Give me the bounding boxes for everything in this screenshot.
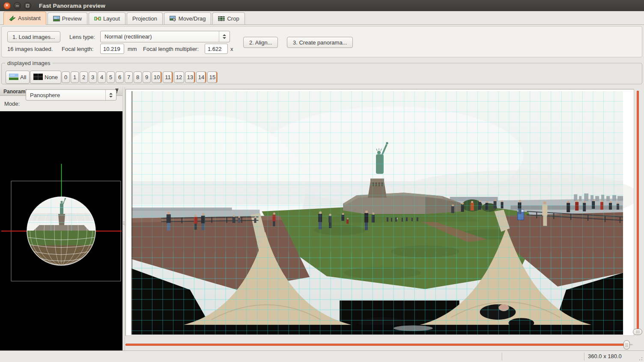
all-images-icon — [9, 74, 18, 81]
load-images-button[interactable]: 1. Load images... — [7, 31, 60, 42]
focal-multiplier-unit: x — [230, 46, 233, 52]
images-loaded-status: 16 images loaded. — [7, 46, 53, 52]
preview-area — [125, 87, 644, 350]
window-title: Fast Panorama preview — [39, 3, 105, 9]
tab-bar: Assistant GL Preview Layout Projection M… — [0, 11, 644, 25]
lens-type-value: Normal (rectilinear) — [101, 33, 219, 40]
image-toggle-button[interactable]: 5 — [107, 71, 115, 83]
maximize-icon[interactable] — [24, 2, 31, 9]
panosphere-rendering — [0, 111, 122, 350]
pitch-slider-handle[interactable] — [633, 329, 642, 335]
tab-label: Move/Drag — [179, 15, 206, 22]
no-images-icon — [33, 74, 43, 81]
titlebar: ✕ Fast Panorama preview — [0, 0, 644, 11]
image-toggle-buttons: 0123456789101112131415 — [62, 71, 218, 83]
displayed-images-group: displayed images All None 01234567891011… — [1, 60, 642, 84]
show-all-button[interactable]: All — [6, 71, 30, 84]
spinner-arrows-icon[interactable] — [105, 90, 116, 100]
tab-move-drag[interactable]: Move/Drag — [164, 12, 212, 24]
tab-crop[interactable]: Crop — [212, 12, 244, 24]
focal-multiplier-label: Focal length multiplier: — [143, 46, 199, 52]
tab-label: Preview — [62, 15, 82, 22]
image-toggle-button[interactable]: 2 — [80, 71, 88, 83]
image-toggle-button[interactable]: 6 — [116, 71, 124, 83]
spinner-arrows-icon[interactable] — [219, 31, 230, 42]
svg-text:GL: GL — [54, 17, 57, 19]
assistant-icon — [9, 15, 16, 21]
displayed-images-legend: displayed images — [5, 60, 52, 66]
create-panorama-button[interactable]: 3. Create panorama... — [287, 37, 353, 48]
crop-icon — [218, 16, 225, 21]
yaw-slider-track[interactable] — [125, 344, 626, 346]
tab-assistant[interactable]: Assistant — [3, 12, 46, 25]
show-none-button[interactable]: None — [30, 71, 61, 84]
tab-label: Crop — [227, 15, 239, 22]
assistant-toolbar: 1. Load images... Lens type: Normal (rec… — [1, 26, 642, 57]
image-toggle-button[interactable]: 14 — [196, 71, 206, 83]
image-toggle-button[interactable]: 8 — [134, 71, 142, 83]
move-drag-icon — [170, 16, 176, 21]
focal-multiplier-input[interactable] — [205, 44, 228, 54]
image-toggle-button[interactable]: 9 — [143, 71, 151, 83]
image-toggle-button[interactable]: 0 — [62, 71, 70, 83]
focal-length-label: Focal length: — [62, 46, 93, 52]
panosphere-view[interactable] — [0, 111, 122, 350]
focal-length-input[interactable] — [100, 44, 124, 54]
mode-row: Mode: Panosphere — [0, 96, 122, 111]
close-icon[interactable]: ✕ — [3, 2, 11, 9]
image-toggle-button[interactable]: 15 — [207, 71, 218, 83]
panorama-rendering — [126, 89, 634, 335]
lens-type-select[interactable]: Normal (rectilinear) — [100, 31, 230, 42]
align-button[interactable]: 2. Align... — [243, 37, 278, 48]
image-toggle-button[interactable]: 3 — [89, 71, 97, 83]
mode-value: Panosphere — [26, 92, 105, 98]
tab-layout[interactable]: Layout — [89, 12, 125, 24]
pano-size-status: 360.0 x 180.0 — [588, 353, 622, 359]
lens-type-label: Lens type: — [69, 34, 95, 40]
yaw-slider-handle[interactable] — [623, 340, 630, 350]
tab-label: Layout — [103, 15, 120, 22]
focal-length-unit: mm — [128, 46, 137, 52]
tab-label: Projection — [132, 15, 157, 22]
panorama-canvas[interactable] — [125, 89, 634, 336]
tab-projection[interactable]: Projection — [127, 12, 163, 24]
pitch-slider-track[interactable] — [637, 91, 639, 333]
preview-icon: GL — [53, 16, 60, 21]
mode-label: Mode: — [4, 101, 20, 107]
tab-label: Assistant — [18, 15, 41, 21]
image-toggle-button[interactable]: 12 — [174, 71, 184, 83]
status-bar: 360.0 x 180.0 — [0, 350, 644, 362]
image-toggle-button[interactable]: 11 — [163, 71, 173, 83]
image-toggle-button[interactable]: 10 — [152, 71, 162, 83]
resize-grip-icon[interactable] — [638, 356, 643, 361]
panoramica-panel: Panoramica Mode: Panosphere — [0, 87, 122, 350]
mode-select[interactable]: Panosphere — [26, 89, 116, 101]
layout-icon — [94, 16, 101, 21]
image-toggle-button[interactable]: 7 — [125, 71, 133, 83]
image-toggle-button[interactable]: 13 — [185, 71, 195, 83]
window-controls: ✕ — [0, 2, 31, 9]
image-toggle-button[interactable]: 1 — [71, 71, 79, 83]
image-toggle-button[interactable]: 4 — [98, 71, 106, 83]
minimize-icon[interactable] — [14, 2, 21, 9]
tab-preview[interactable]: GL Preview — [48, 12, 87, 24]
